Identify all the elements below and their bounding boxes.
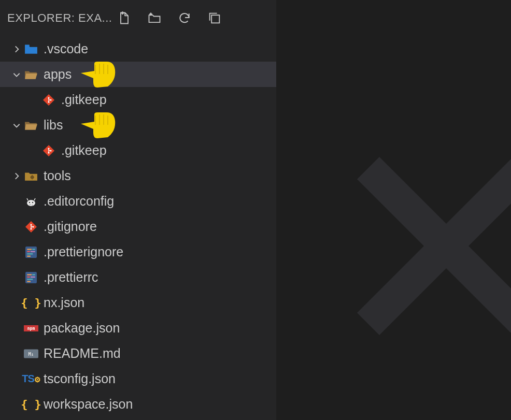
tree-item-label: .gitkeep <box>61 92 107 107</box>
tree-item-label: .gitkeep <box>61 143 107 158</box>
tree-file-package.json[interactable]: npmpackage.json <box>0 315 276 341</box>
tree-item-label: README.md <box>44 346 121 361</box>
chevron-right-icon[interactable] <box>9 171 24 181</box>
new-file-button[interactable] <box>116 10 133 26</box>
npm-icon: npm <box>24 321 38 336</box>
json-icon: { } <box>24 397 38 412</box>
tree-item-label: .prettierignore <box>44 244 123 259</box>
header-actions <box>116 10 226 26</box>
refresh-button[interactable] <box>176 10 193 26</box>
prettier-icon <box>24 270 38 285</box>
svg-point-11 <box>32 201 33 202</box>
refresh-icon <box>178 11 191 25</box>
folder-open-icon <box>24 118 38 133</box>
tree-folder-apps[interactable]: apps <box>0 62 276 87</box>
tree-item-label: .gitignore <box>44 219 97 234</box>
tree-file-.gitkeep[interactable]: .gitkeep <box>0 87 276 112</box>
tree-folder-.vscode[interactable]: .vscode <box>0 36 276 62</box>
explorer-sidebar: EXPLORER: EXA... .vscode apps .gitkeep l… <box>0 0 277 420</box>
tree-file-README.md[interactable]: M↓README.md <box>0 341 276 366</box>
tree-item-label: workspace.json <box>44 397 133 412</box>
git-icon <box>41 93 56 107</box>
tree-item-label: .editorconfig <box>44 194 114 209</box>
svg-rect-22 <box>27 253 33 254</box>
tree-folder-tools[interactable]: tools <box>0 163 276 189</box>
svg-rect-30 <box>27 281 31 282</box>
svg-text:npm: npm <box>27 326 35 331</box>
file-tree[interactable]: .vscode apps .gitkeep libs .gitkeep tool… <box>0 36 276 420</box>
tree-file-tsconfig.json[interactable]: TS⚙tsconfig.json <box>0 366 276 392</box>
empty-editor-x-icon <box>335 135 511 357</box>
new-file-icon <box>117 11 132 25</box>
ts-icon: TS⚙ <box>24 372 38 386</box>
chevron-right-icon[interactable] <box>9 45 24 54</box>
new-folder-button[interactable] <box>146 10 163 26</box>
svg-point-10 <box>29 201 30 202</box>
explorer-title: EXPLORER: EXA... <box>7 11 116 25</box>
svg-text:M↓: M↓ <box>28 351 34 356</box>
tree-file-.gitignore[interactable]: .gitignore <box>0 214 276 239</box>
tree-item-label: libs <box>44 118 63 133</box>
editor-area <box>277 0 511 420</box>
svg-point-12 <box>30 204 31 205</box>
json-icon: { } <box>24 296 38 310</box>
explorer-header: EXPLORER: EXA... <box>0 0 276 36</box>
tree-item-label: tools <box>44 168 71 183</box>
tree-folder-libs[interactable]: libs <box>0 112 276 138</box>
svg-rect-18 <box>27 249 32 250</box>
tree-file-.gitkeep[interactable]: .gitkeep <box>0 138 276 163</box>
svg-rect-19 <box>32 249 35 250</box>
svg-point-13 <box>32 205 33 206</box>
svg-rect-23 <box>27 255 31 256</box>
tree-item-label: .prettierrc <box>44 270 98 285</box>
svg-rect-25 <box>27 274 32 275</box>
tree-item-label: .vscode <box>44 41 88 56</box>
tree-item-label: tsconfig.json <box>44 371 116 386</box>
svg-rect-1 <box>25 45 30 46</box>
new-folder-icon <box>147 11 162 25</box>
collapse-all-icon <box>207 11 222 25</box>
pointing-hand-icon <box>77 60 118 90</box>
tree-item-label: nx.json <box>44 295 84 310</box>
svg-rect-27 <box>27 276 30 277</box>
pointing-hand-icon <box>77 110 118 140</box>
chevron-down-icon[interactable] <box>9 121 24 130</box>
tools-folder-icon <box>24 169 38 183</box>
chevron-down-icon[interactable] <box>9 70 24 79</box>
svg-rect-21 <box>31 251 35 252</box>
prettier-icon <box>24 245 38 259</box>
svg-point-9 <box>27 200 35 206</box>
tree-file-workspace.json[interactable]: { }workspace.json <box>0 392 276 417</box>
tree-file-.prettierrc[interactable]: .prettierrc <box>0 265 276 290</box>
md-icon: M↓ <box>24 346 38 361</box>
svg-rect-0 <box>211 15 219 23</box>
folder-open-icon <box>24 67 38 82</box>
collapse-all-button[interactable] <box>206 10 223 26</box>
svg-rect-20 <box>27 251 30 252</box>
tree-item-label: package.json <box>44 321 120 336</box>
svg-point-8 <box>31 175 34 179</box>
editorconfig-icon <box>24 194 38 209</box>
vscode-folder-icon <box>24 42 38 56</box>
tree-file-.editorconfig[interactable]: .editorconfig <box>0 189 276 214</box>
svg-rect-29 <box>27 279 33 280</box>
git-icon <box>24 220 38 234</box>
tree-item-label: apps <box>44 67 72 82</box>
tree-file-nx.json[interactable]: { }nx.json <box>0 290 276 315</box>
git-icon <box>41 143 56 158</box>
svg-rect-26 <box>32 274 35 275</box>
svg-rect-28 <box>31 276 35 277</box>
tree-file-.prettierignore[interactable]: .prettierignore <box>0 239 276 265</box>
